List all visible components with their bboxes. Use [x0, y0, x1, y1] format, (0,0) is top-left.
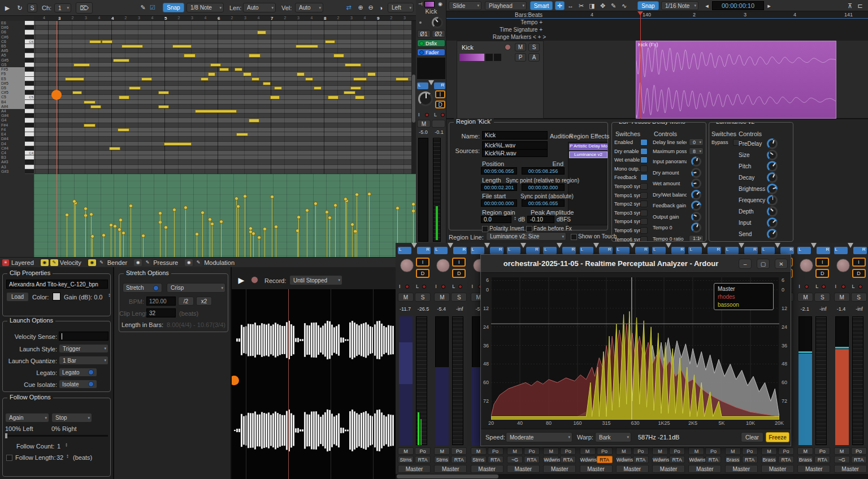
- group-button[interactable]: Brass: [725, 456, 741, 463]
- control-knob[interactable]: [691, 156, 701, 167]
- velocity-lollipop[interactable]: [333, 203, 337, 207]
- control-knob[interactable]: [767, 150, 778, 160]
- velocity-stem[interactable]: [67, 215, 67, 257]
- pan-left-tag[interactable]: L: [834, 247, 848, 254]
- group-button[interactable]: Wdwns: [688, 456, 704, 463]
- velocity-stem[interactable]: [166, 227, 166, 257]
- pan-left-tag[interactable]: L: [471, 247, 484, 254]
- po-button[interactable]: Po: [778, 447, 794, 455]
- l-led[interactable]: [458, 285, 462, 289]
- piano-key[interactable]: C5: [25, 95, 34, 99]
- velocity-stem[interactable]: [259, 237, 259, 257]
- pan-left-tag[interactable]: L: [434, 247, 448, 254]
- grid-row[interactable]: [34, 90, 416, 95]
- piano-key[interactable]: [25, 128, 34, 132]
- rta-button[interactable]: RTA: [742, 456, 758, 463]
- follow-balance-slider[interactable]: [5, 435, 108, 437]
- switch-off[interactable]: [640, 201, 648, 207]
- meter-column[interactable]: [452, 316, 463, 445]
- double-tempo-button[interactable]: x2: [196, 297, 212, 306]
- rta-button[interactable]: RTA: [669, 456, 685, 463]
- velocity-stem[interactable]: [253, 233, 254, 257]
- velocity-lollipop[interactable]: [208, 217, 212, 221]
- strip-knob[interactable]: [836, 259, 850, 272]
- grid-row[interactable]: [34, 58, 416, 63]
- l-led[interactable]: [441, 113, 445, 117]
- grid-row[interactable]: [34, 169, 416, 174]
- pan-widget[interactable]: L R: [417, 80, 445, 90]
- piano-key[interactable]: C4: [25, 151, 34, 155]
- velocity-stem[interactable]: [143, 236, 144, 257]
- control-knob[interactable]: [691, 223, 701, 233]
- master-m-button[interactable]: M: [471, 447, 487, 455]
- pin-icon[interactable]: ⊣: [417, 1, 424, 7]
- velocity-lollipop[interactable]: [270, 195, 274, 199]
- load-button[interactable]: Load: [6, 292, 29, 302]
- po-button[interactable]: Po: [524, 447, 540, 455]
- plugin-fader[interactable]: Fader: [417, 49, 445, 56]
- piano-key[interactable]: [25, 132, 34, 137]
- velocity-stem[interactable]: [74, 201, 75, 257]
- eye-icon[interactable]: ◉: [185, 259, 193, 266]
- fader-value[interactable]: -1.4: [833, 306, 850, 313]
- pan-right-tag[interactable]: R: [817, 247, 830, 254]
- grid-row[interactable]: [34, 137, 416, 141]
- velocity-lollipop[interactable]: [411, 202, 415, 206]
- pan-pointer[interactable]: [557, 243, 562, 248]
- loop-icon[interactable]: ↻: [15, 3, 25, 13]
- velocity-stem[interactable]: [345, 199, 346, 257]
- midi-note[interactable]: [257, 31, 266, 34]
- solo-button-strip[interactable]: [432, 120, 445, 128]
- follow-length-spinner[interactable]: ▴▾: [65, 454, 70, 458]
- grid-row[interactable]: [34, 151, 416, 155]
- rta-button[interactable]: RTA: [524, 456, 540, 463]
- i-led[interactable]: [405, 285, 409, 289]
- maximize-button[interactable]: ▢: [757, 259, 770, 269]
- velocity-stem[interactable]: [335, 205, 336, 257]
- close-button[interactable]: ✕: [775, 259, 788, 269]
- velocity-lollipop[interactable]: [235, 197, 238, 201]
- mute-button[interactable]: M: [398, 293, 414, 302]
- velocity-stem[interactable]: [355, 231, 355, 257]
- automation-button[interactable]: A: [528, 53, 540, 62]
- trim-knob[interactable]: [432, 17, 443, 28]
- velocity-stem[interactable]: [111, 225, 111, 257]
- pan-right-tag[interactable]: R: [635, 247, 649, 254]
- midi-note[interactable]: [333, 54, 344, 57]
- pan-pointer[interactable]: [848, 243, 853, 248]
- velocity-stem[interactable]: [276, 227, 276, 257]
- velocity-lollipop[interactable]: [257, 236, 261, 240]
- pan-left-tag[interactable]: L: [417, 82, 428, 89]
- fader-value[interactable]: -5.4: [433, 306, 450, 313]
- piano-key[interactable]: [25, 53, 34, 58]
- audio-region-kick-fx[interactable]: Kick (Fx): [636, 41, 836, 119]
- midi-note[interactable]: [270, 95, 280, 99]
- velocity-lollipop[interactable]: [72, 199, 76, 203]
- half-tempo-button[interactable]: /2: [178, 297, 194, 306]
- control-knob[interactable]: [767, 172, 778, 183]
- fit-icon[interactable]: ⊼: [845, 1, 854, 10]
- master-route-button[interactable]: Master: [616, 465, 649, 473]
- switch-off[interactable]: [640, 227, 648, 234]
- midi-note[interactable]: [84, 101, 96, 104]
- solo-button[interactable]: S: [27, 3, 37, 12]
- midi-note[interactable]: [201, 77, 209, 81]
- midi-note[interactable]: [235, 68, 242, 71]
- warp-select[interactable]: Bark: [595, 432, 631, 442]
- velocity-lane[interactable]: [34, 174, 416, 257]
- piano-key[interactable]: [25, 77, 34, 81]
- piano-key[interactable]: [25, 146, 34, 151]
- stretch-mode-select[interactable]: Crisp: [167, 283, 225, 293]
- layered-mode-icon[interactable]: ≡: [2, 259, 9, 266]
- midi-note[interactable]: [296, 45, 318, 48]
- velocity-lollipop[interactable]: [328, 216, 332, 220]
- fader-value[interactable]: -5.0: [416, 129, 431, 135]
- velocity-lollipop[interactable]: [109, 223, 113, 227]
- follow-count-spinner[interactable]: ▴▾: [64, 442, 69, 447]
- cut-tool-icon[interactable]: ✂: [576, 1, 586, 10]
- grid-row[interactable]: [34, 81, 416, 86]
- velocity-sense-input[interactable]: [59, 332, 108, 341]
- rta-button[interactable]: RTA: [778, 456, 794, 463]
- grid-row[interactable]: [34, 128, 416, 132]
- midi-note[interactable]: [353, 77, 367, 81]
